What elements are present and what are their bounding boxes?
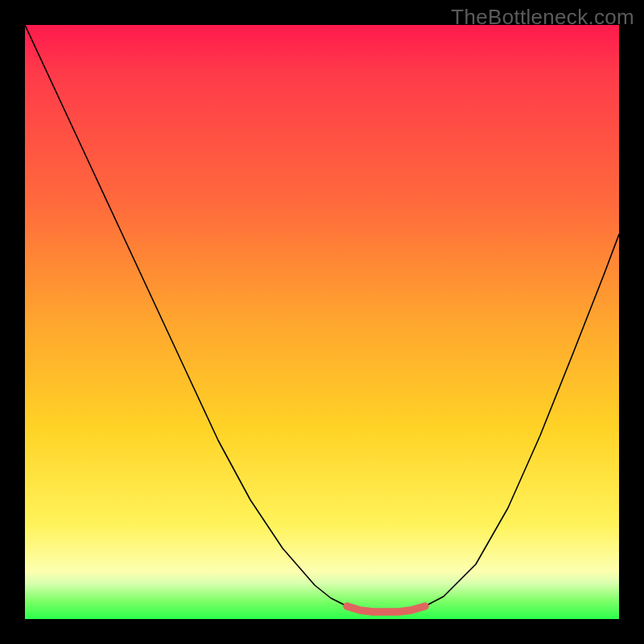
curve-svg <box>25 25 619 619</box>
plot-area <box>25 25 619 619</box>
bottleneck-curve <box>25 25 619 612</box>
chart-frame: TheBottleneck.com <box>0 0 644 644</box>
optimal-band-highlight <box>347 606 425 612</box>
